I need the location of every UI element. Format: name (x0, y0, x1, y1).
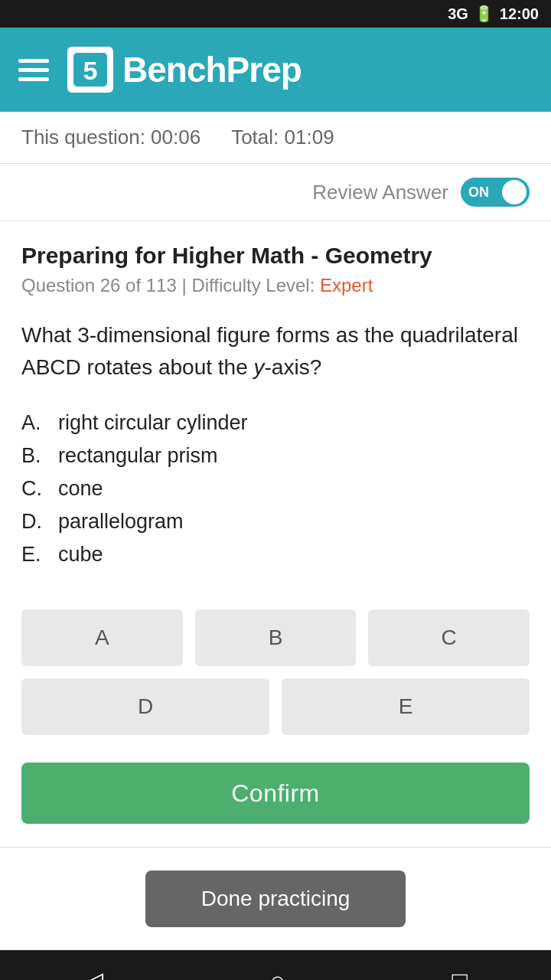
choice-b: B. rectangular prism (21, 439, 530, 472)
battery-indicator: 🔋 (474, 5, 494, 23)
choice-a: A. right circular cylinder (21, 407, 530, 439)
total-timer: Total: 01:09 (231, 126, 334, 149)
back-button[interactable]: ◁ (83, 965, 103, 980)
done-practicing-button[interactable]: Done practicing (145, 871, 406, 927)
toggle-thumb (502, 180, 527, 204)
recents-button[interactable]: □ (452, 966, 468, 981)
answer-choices-list: A. right circular cylinder B. rectangula… (21, 407, 530, 571)
answer-btn-b[interactable]: B (195, 609, 357, 666)
choice-e: E. cube (21, 538, 530, 571)
review-answer-label: Review Answer (312, 181, 448, 204)
menu-button[interactable] (18, 59, 49, 81)
choice-c-text: cone (58, 477, 103, 501)
answer-btn-a[interactable]: A (21, 609, 183, 666)
clock: 12:00 (500, 5, 539, 23)
choice-c: C. cone (21, 472, 530, 505)
question-meta: Question 26 of 113 | Difficulty Level: E… (21, 275, 530, 296)
difficulty-label: Expert (320, 275, 373, 296)
confirm-area: Confirm (0, 755, 551, 839)
svg-text:5: 5 (83, 56, 98, 85)
review-answer-row: Review Answer ON (0, 164, 551, 221)
timer-row: This question: 00:06 Total: 01:09 (0, 112, 551, 164)
answer-btn-row-1: A B C (21, 609, 530, 666)
logo-area: 5 BenchPrep (67, 47, 302, 93)
logo-icon: 5 (67, 47, 113, 93)
subject-title: Preparing for Higher Math - Geometry (21, 243, 530, 269)
app-header: 5 BenchPrep (0, 28, 551, 112)
confirm-button[interactable]: Confirm (21, 763, 530, 824)
choice-e-text: cube (58, 543, 103, 567)
choice-d: D. parallelogram (21, 505, 530, 538)
choice-d-letter: D. (21, 510, 49, 534)
answer-btn-d[interactable]: D (21, 678, 269, 735)
choice-c-letter: C. (21, 477, 49, 501)
question-meta-prefix: Question 26 of 113 | Difficulty Level: (21, 275, 320, 296)
review-answer-toggle[interactable]: ON (461, 178, 530, 207)
home-button[interactable]: ○ (269, 966, 285, 981)
app-title: BenchPrep (122, 49, 302, 90)
signal-indicator: 3G (448, 5, 468, 23)
answer-buttons-area: A B C D E (0, 594, 551, 755)
answer-btn-row-2: D E (21, 678, 530, 735)
question-text: What 3-dimensional figure forms as the q… (21, 319, 530, 384)
choice-b-letter: B. (21, 444, 49, 468)
answer-btn-e[interactable]: E (282, 678, 530, 735)
done-practicing-area: Done practicing (0, 855, 551, 950)
choice-d-text: parallelogram (58, 510, 184, 534)
status-bar: 3G 🔋 12:00 (0, 0, 551, 28)
toggle-on-text: ON (468, 185, 489, 201)
bottom-nav-bar: ◁ ○ □ (0, 950, 551, 980)
choice-a-letter: A. (21, 411, 49, 435)
question-timer: This question: 00:06 (21, 126, 201, 149)
question-area: Preparing for Higher Math - Geometry Que… (0, 221, 551, 594)
choice-e-letter: E. (21, 543, 49, 567)
choice-b-text: rectangular prism (58, 444, 218, 468)
answer-btn-c[interactable]: C (368, 609, 530, 666)
choice-a-text: right circular cylinder (58, 411, 248, 435)
section-divider (0, 847, 551, 848)
